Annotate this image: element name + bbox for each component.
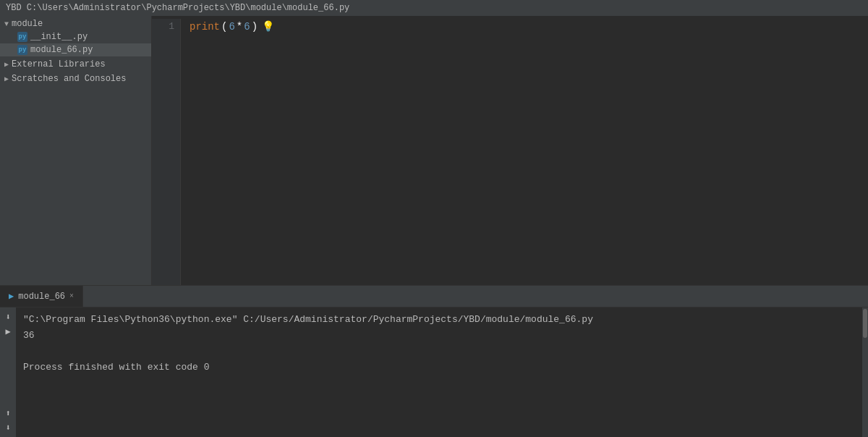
gutter-icon-1[interactable]: ⬇ (1, 310, 14, 323)
editor-content: 1 print(6*6) 💡 (152, 16, 868, 285)
expand-icon-scratch: ▶ (4, 75, 9, 83)
console-line-1: "C:\Program Files\Python36\python.exe" C… (23, 312, 855, 328)
sidebar-section-module[interactable]: ▼ module (0, 16, 151, 30)
lightbulb-icon[interactable]: 💡 (262, 19, 274, 35)
main-area: ▼ module py __init__.py py module_66.py … (0, 16, 868, 285)
console-line-4: Process finished with exit code 0 (23, 360, 855, 376)
gutter-icon-2[interactable]: ▶ (1, 325, 14, 338)
line-numbers: 1 (152, 19, 181, 285)
code-paren-open: ( (221, 19, 227, 35)
expand-icon: ▼ (4, 20, 9, 28)
title-text: YBD C:\Users\Administrator\PycharmProjec… (6, 3, 349, 13)
sidebar-external-label: External Libraries (12, 59, 106, 69)
expand-icon-ext: ▶ (4, 60, 9, 69)
console-line-3 (23, 344, 855, 360)
code-num-6a: 6 (229, 19, 234, 35)
code-op: * (237, 19, 242, 35)
py-icon-module66: py (17, 45, 27, 55)
sidebar-scratches-label: Scratches and Consoles (12, 74, 126, 84)
console-line-2: 36 (23, 328, 855, 344)
code-num-6b: 6 (244, 19, 250, 35)
sidebar-module-label: module (12, 19, 43, 29)
gutter-icon-4[interactable]: ⬇ (1, 421, 14, 434)
gutter-icon-3[interactable]: ⬆ (1, 407, 14, 420)
sidebar-init-label: __init__.py (30, 32, 88, 42)
py-icon: py (17, 32, 27, 42)
bottom-tab-module66[interactable]: ▶ module_66 × (0, 286, 83, 307)
bottom-tabs: ▶ module_66 × (0, 286, 868, 307)
console-output: "C:\Program Files\Python36\python.exe" C… (16, 307, 862, 437)
sidebar-section-external[interactable]: ▶ External Libraries (0, 56, 151, 71)
tab-label: module_66 (18, 292, 65, 302)
run-icon: ▶ (9, 291, 14, 302)
scrollbar-vertical[interactable] (862, 307, 868, 437)
bottom-panel: ▶ module_66 × ⬇ ▶ ⬆ ⬇ "C:\Program Files\… (0, 285, 868, 437)
code-area[interactable]: print(6*6) 💡 (181, 19, 868, 285)
console-main: ⬇ ▶ ⬆ ⬇ "C:\Program Files\Python36\pytho… (0, 307, 868, 437)
code-line-1: print(6*6) 💡 (190, 19, 859, 35)
sidebar: ▼ module py __init__.py py module_66.py … (0, 16, 152, 285)
tab-close-icon[interactable]: × (69, 292, 74, 300)
sidebar-module66-label: module_66.py (30, 45, 93, 55)
line-number-1: 1 (158, 19, 174, 35)
sidebar-section-scratches[interactable]: ▶ Scratches and Consoles (0, 71, 151, 85)
code-paren-close: ) (252, 19, 258, 35)
left-gutter: ⬇ ▶ ⬆ ⬇ (0, 307, 16, 437)
code-keyword-print: print (190, 19, 220, 35)
sidebar-item-module66[interactable]: py module_66.py (0, 43, 151, 56)
editor-area: 1 print(6*6) 💡 (152, 16, 868, 285)
sidebar-item-init[interactable]: py __init__.py (0, 30, 151, 43)
scrollbar-thumb[interactable] (863, 309, 867, 338)
title-bar: YBD C:\Users\Administrator\PycharmProjec… (0, 0, 868, 16)
